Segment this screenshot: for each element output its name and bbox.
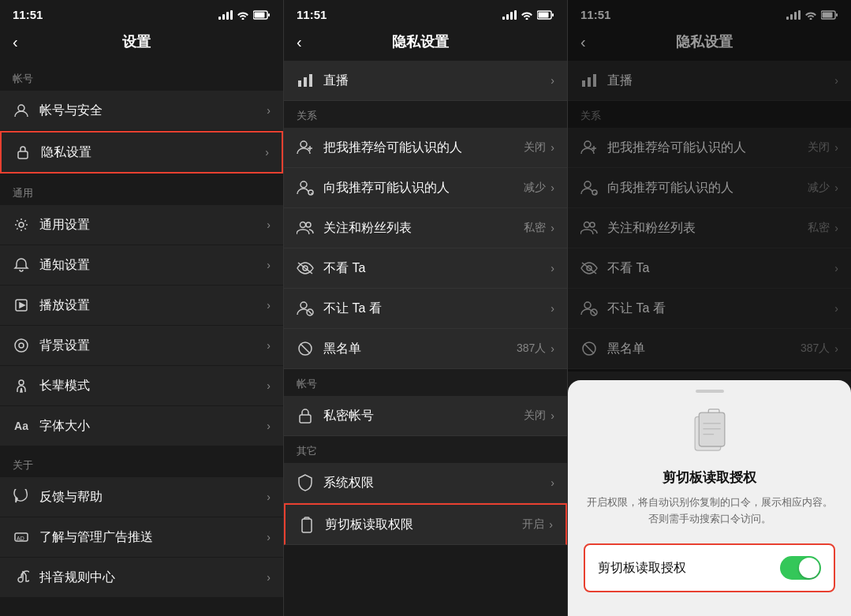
sheet-description: 开启权限，将自动识别你复制的口令，展示相应内容。否则需手动搜索口令访问。: [584, 495, 835, 528]
menu-item-notification[interactable]: 通知设置 ›: [0, 245, 283, 285]
arrow-icon-recommend-to: ›: [551, 141, 554, 154]
arrow-icon-background: ›: [267, 339, 271, 352]
panel-settings: 11:51 ‹ 设置: [0, 0, 283, 616]
section-label-account2: 帐号: [284, 369, 567, 396]
arrow-icon-follow-fans-3: ›: [834, 222, 838, 234]
menu-item-text-not-see-ta-3: 不看 Ta: [607, 260, 834, 277]
bar-chart-icon-3: [580, 72, 598, 89]
menu-item-rules[interactable]: 抖音规则中心 ›: [0, 558, 283, 597]
menu-item-text-recommend-from-3: 向我推荐可能认识的人: [607, 180, 808, 196]
back-button-3[interactable]: ‹: [580, 33, 586, 51]
menu-item-blacklist-3[interactable]: 黑名单 387人 ›: [568, 329, 851, 369]
sheet-icon-area: [584, 409, 835, 456]
menu-item-text-background: 背景设置: [39, 338, 267, 354]
svg-marker-7: [20, 303, 24, 308]
menu-item-not-see-ta-3[interactable]: 不看 Ta ›: [568, 248, 851, 289]
bar-chart-icon: [297, 72, 314, 89]
menu-item-follow-fans[interactable]: 关注和粉丝列表 私密 ›: [284, 208, 567, 248]
general-group: 通用设置 › 通知设置 ›: [0, 205, 283, 446]
menu-item-recommend-from[interactable]: 向我推荐可能认识的人 减少 ›: [284, 168, 567, 208]
menu-item-text-follow-fans: 关注和粉丝列表: [323, 220, 524, 237]
privacy-content: 直播 › 关系 把我推荐给可能认识的人 关闭 ›: [284, 61, 567, 616]
svg-rect-37: [588, 77, 591, 87]
back-button-1[interactable]: ‹: [13, 33, 18, 51]
status-bar-3: 11:51: [568, 0, 851, 26]
menu-item-text-feedback: 反馈与帮助: [39, 489, 267, 506]
lock-icon: [14, 144, 32, 161]
arrow-icon-privacy: ›: [265, 146, 269, 159]
arrow-icon-recommend-to-3: ›: [834, 141, 838, 154]
section-label-about: 关于: [0, 447, 283, 477]
svg-rect-15: [552, 13, 554, 17]
menu-item-not-let-ta-see-3[interactable]: 不让 Ta 看 ›: [568, 289, 851, 329]
menu-item-text-privacy: 隐私设置: [41, 144, 265, 161]
menu-item-text-not-let-ta-see: 不让 Ta 看: [323, 301, 551, 317]
menu-item-system-perm[interactable]: 系统权限 ›: [284, 463, 567, 503]
arrow-icon-recommend-from-3: ›: [834, 181, 838, 194]
panel-privacy: 11:51 ‹ 隐私设置: [284, 0, 567, 616]
menu-item-text-account-security: 帐号与安全: [39, 103, 267, 119]
svg-rect-18: [309, 74, 312, 87]
svg-line-50: [584, 344, 594, 353]
menu-item-text-blacklist: 黑名单: [323, 341, 517, 357]
menu-item-private-account[interactable]: 私密帐号 关闭 ›: [284, 396, 567, 436]
menu-item-value-recommend-from-3: 减少: [808, 181, 830, 195]
menu-item-text-playback: 播放设置: [39, 297, 267, 314]
menu-item-elder-mode[interactable]: 长辈模式 ›: [0, 366, 283, 405]
svg-text:AD: AD: [17, 536, 24, 541]
gear-icon: [13, 216, 30, 233]
svg-point-42: [584, 222, 590, 228]
svg-rect-36: [582, 80, 585, 87]
menu-item-feedback[interactable]: 反馈与帮助 ›: [0, 477, 283, 517]
users-icon-3: [580, 219, 598, 237]
menu-item-recommend-from-3[interactable]: 向我推荐可能认识的人 减少 ›: [568, 168, 851, 208]
nav-bar-3: ‹ 隐私设置: [568, 26, 851, 61]
svg-rect-14: [539, 12, 549, 17]
menu-item-blacklist[interactable]: 黑名单 387人 ›: [284, 329, 567, 369]
menu-item-account-security[interactable]: 帐号与安全 ›: [0, 91, 283, 130]
menu-item-live-3[interactable]: 直播 ›: [568, 61, 851, 101]
menu-item-font-size[interactable]: Aa 字体大小 ›: [0, 406, 283, 446]
menu-item-live[interactable]: 直播 ›: [284, 61, 567, 101]
sheet-row-label: 剪切板读取授权: [598, 560, 686, 577]
svg-point-10: [19, 380, 24, 385]
ban-icon-3: [580, 340, 598, 357]
toggle-switch-clipboard[interactable]: [780, 556, 821, 580]
play-icon: [13, 297, 30, 314]
menu-item-playback[interactable]: 播放设置 ›: [0, 286, 283, 325]
sheet-toggle-row[interactable]: 剪切板读取授权: [584, 543, 835, 592]
svg-rect-32: [302, 519, 312, 532]
menu-item-not-see-ta[interactable]: 不看 Ta ›: [284, 248, 567, 289]
menu-item-clipboard[interactable]: 剪切板读取权限 开启 ›: [284, 503, 567, 545]
back-button-2[interactable]: ‹: [297, 33, 302, 51]
menu-item-not-let-ta-see[interactable]: 不让 Ta 看 ›: [284, 289, 567, 329]
bottom-sheet: 剪切板读取授权 开启权限，将自动识别你复制的口令，展示相应内容。否则需手动搜索口…: [568, 380, 851, 616]
menu-item-text-ad: 了解与管理广告推送: [39, 529, 267, 546]
page-title-3: 隐私设置: [592, 32, 816, 51]
menu-item-text-private-account: 私密帐号: [323, 408, 524, 424]
menu-item-follow-fans-3[interactable]: 关注和粉丝列表 私密 ›: [568, 208, 851, 248]
svg-point-9: [19, 343, 24, 348]
menu-item-privacy-settings[interactable]: 隐私设置 ›: [0, 131, 283, 174]
svg-rect-2: [268, 13, 270, 17]
arrow-icon-feedback: ›: [267, 491, 271, 503]
menu-item-ad-management[interactable]: AD 了解与管理广告推送 ›: [0, 517, 283, 557]
svg-line-28: [308, 310, 312, 315]
menu-item-recommend-to[interactable]: 把我推荐给可能认识的人 关闭 ›: [284, 128, 567, 168]
eye-off-icon: [297, 259, 314, 277]
menu-item-text-elder: 长辈模式: [39, 378, 267, 394]
arrow-icon-clipboard: ›: [549, 518, 553, 531]
user-search-icon-3: [580, 179, 598, 196]
arrow-icon-font: ›: [267, 420, 271, 432]
menu-item-general-settings[interactable]: 通用设置 ›: [0, 205, 283, 245]
menu-item-recommend-to-3[interactable]: 把我推荐给可能认识的人 关闭 ›: [568, 128, 851, 168]
menu-item-text-live-3: 直播: [607, 73, 834, 89]
svg-rect-4: [18, 151, 28, 159]
menu-item-text-font: 字体大小: [39, 418, 267, 435]
page-title-1: 设置: [24, 32, 248, 51]
user-icon: [13, 102, 30, 119]
user-add-icon-3: [580, 139, 598, 156]
menu-item-background[interactable]: 背景设置 ›: [0, 326, 283, 365]
svg-rect-35: [836, 13, 838, 17]
status-icons-3: [786, 10, 838, 20]
